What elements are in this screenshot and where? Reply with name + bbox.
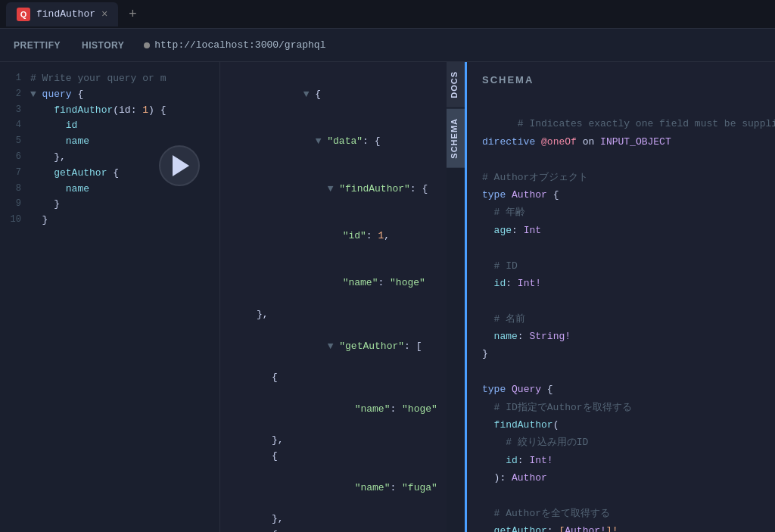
code-line-1: 1 # Write your query or m — [0, 71, 219, 87]
code-line-2: 2 ▼ query { — [0, 87, 219, 103]
main-area: 1 # Write your query or m 2 ▼ query { 3 … — [0, 62, 775, 532]
result-line: ▼ "findAuthor": { — [232, 166, 434, 213]
code-line-9: 9 } — [0, 197, 219, 213]
history-button[interactable]: HISTORY — [71, 34, 135, 57]
code-line-3: 3 findAuthor(id: 1) { — [0, 103, 219, 119]
result-line: }, — [232, 307, 434, 323]
results-pane: ▼ { ▼ "data": { ▼ "findAuthor": { "id": … — [219, 62, 447, 532]
editor-pane[interactable]: 1 # Write your query or m 2 ▼ query { 3 … — [0, 62, 219, 532]
result-line: { — [232, 370, 434, 386]
result-line: ▼ "data": { — [232, 118, 434, 165]
result-line: ▼ { — [232, 71, 434, 118]
result-line: "name": "hoge" — [232, 260, 434, 307]
result-line: }, — [232, 433, 434, 449]
url-area: http://localhost:3000/graphql — [135, 39, 335, 51]
left-panel: 1 # Write your query or m 2 ▼ query { 3 … — [0, 62, 465, 532]
result-line: "name": "fuga" — [232, 465, 434, 512]
code-line-10: 10 } — [0, 213, 219, 229]
play-icon — [173, 155, 189, 176]
result-line: { — [232, 527, 434, 532]
schema-title: SCHEMA — [482, 74, 763, 86]
result-line: { — [232, 449, 434, 465]
results-content: ▼ { ▼ "data": { ▼ "findAuthor": { "id": … — [220, 68, 447, 532]
side-tabs: DOCS SCHEMA — [447, 62, 465, 532]
new-tab-button[interactable]: + — [123, 5, 142, 24]
schema-content: # Indicates exactly one field must be su… — [482, 98, 763, 532]
tab-close-button[interactable]: × — [101, 9, 107, 20]
docs-tab[interactable]: DOCS — [447, 62, 465, 107]
q-icon: Q — [17, 8, 30, 21]
tab-findauthor[interactable]: Q findAuthor × — [6, 2, 118, 26]
result-line: "name": "hoge" — [232, 386, 434, 433]
schema-tab[interactable]: SCHEMA — [447, 109, 465, 168]
result-line: "id": 1, — [232, 213, 434, 260]
toolbar: PRETTIFY HISTORY http://localhost:3000/g… — [0, 29, 775, 62]
prettify-button[interactable]: PRETTIFY — [3, 34, 71, 57]
run-query-button[interactable] — [159, 145, 200, 186]
tab-label: findAuthor — [36, 8, 95, 20]
url-display: http://localhost:3000/graphql — [154, 39, 325, 51]
result-line: }, — [232, 512, 434, 527]
schema-panel: SCHEMA # Indicates exactly one field mus… — [465, 62, 775, 532]
url-status-dot — [144, 42, 150, 48]
result-line: ▼ "getAuthor": [ — [232, 323, 434, 370]
code-line-4: 4 id — [0, 118, 219, 134]
tab-bar: Q findAuthor × + — [0, 0, 775, 29]
